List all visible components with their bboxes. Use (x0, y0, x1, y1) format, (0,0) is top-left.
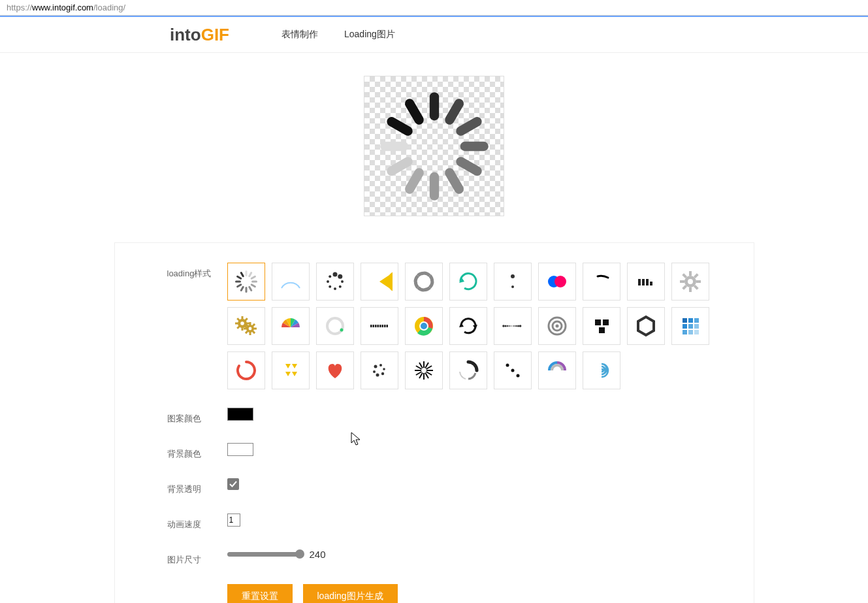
svg-point-125 (506, 364, 509, 367)
svg-rect-17 (248, 285, 252, 291)
svg-rect-97 (599, 327, 605, 333)
style-option-triangles[interactable] (272, 351, 310, 389)
style-option-dot-cluster[interactable] (361, 351, 398, 389)
generate-button[interactable]: loading图片生成 (303, 584, 398, 603)
style-option-dual-circles[interactable] (538, 263, 576, 301)
transparent-checkbox[interactable] (227, 478, 239, 490)
svg-rect-66 (249, 332, 251, 335)
svg-rect-75 (377, 325, 379, 327)
style-option-hexagon[interactable] (627, 307, 665, 345)
svg-rect-9 (380, 141, 408, 150)
check-icon (229, 480, 237, 488)
settings-panel: loading样式 图案颜色 背景颜色 背景透明 动画速度 图片尺寸 2 (114, 242, 754, 603)
svg-point-89 (515, 325, 517, 327)
url-host: www.intogif.com (32, 3, 93, 12)
svg-rect-113 (423, 361, 425, 368)
svg-rect-98 (683, 318, 687, 323)
style-option-comet[interactable] (449, 351, 487, 389)
svg-point-111 (376, 374, 379, 377)
row-transparent: 背景透明 (167, 478, 734, 495)
site-logo[interactable]: intoGIF (170, 25, 229, 45)
logo-text-1: into (170, 25, 201, 44)
style-option-arc[interactable] (272, 263, 310, 301)
style-option-chrome[interactable] (405, 307, 443, 345)
svg-rect-95 (595, 319, 601, 325)
row-buttons: 重置设置 loading图片生成 (167, 584, 734, 603)
svg-rect-122 (415, 370, 421, 371)
svg-point-86 (509, 325, 510, 327)
style-option-pacman[interactable] (361, 263, 398, 301)
svg-rect-42 (689, 271, 692, 276)
svg-point-110 (381, 372, 383, 375)
svg-rect-19 (240, 285, 244, 291)
svg-point-70 (327, 318, 343, 334)
svg-point-88 (513, 325, 514, 327)
svg-rect-76 (379, 325, 381, 327)
svg-rect-72 (370, 325, 372, 327)
style-option-ring-glow[interactable] (316, 307, 354, 345)
style-option-dot-wave[interactable] (494, 307, 532, 345)
svg-point-32 (511, 274, 515, 278)
svg-point-107 (374, 365, 377, 368)
style-option-tetromino[interactable] (583, 307, 620, 345)
nav-loading-image[interactable]: Loading图片 (344, 29, 395, 41)
svg-point-30 (332, 272, 337, 277)
label-speed: 动画速度 (167, 513, 227, 530)
size-slider[interactable] (227, 552, 300, 557)
svg-rect-7 (403, 166, 425, 195)
svg-rect-96 (603, 319, 609, 325)
preview-area (0, 53, 868, 242)
svg-rect-38 (646, 279, 649, 285)
style-option-three-dots-diag[interactable] (494, 351, 532, 389)
svg-rect-21 (235, 281, 241, 283)
style-option-rainbow-gauge[interactable] (272, 307, 310, 345)
style-option-grid-squares[interactable] (671, 307, 709, 345)
svg-rect-11 (403, 97, 425, 126)
svg-rect-4 (454, 155, 483, 177)
row-style: loading样式 (167, 263, 734, 389)
nav-emoji-maker[interactable]: 表情制作 (281, 29, 318, 41)
style-option-gear[interactable] (671, 263, 709, 301)
style-option-refresh-arrow[interactable] (449, 263, 487, 301)
svg-point-61 (248, 327, 251, 331)
svg-rect-77 (381, 325, 383, 327)
svg-point-26 (334, 287, 336, 290)
svg-rect-58 (235, 323, 238, 325)
style-option-two-gears[interactable] (227, 307, 265, 345)
browser-url-bar: https://www.intogif.com/loading/ (0, 0, 868, 16)
style-option-rainbow-swirl[interactable] (538, 351, 576, 389)
style-option-bar-segments[interactable] (361, 307, 398, 345)
logo-text-2: GIF (201, 25, 229, 44)
style-option-spinner[interactable] (227, 263, 265, 301)
svg-rect-10 (385, 115, 414, 137)
svg-point-87 (511, 325, 513, 327)
fgcolor-swatch[interactable] (227, 408, 253, 421)
size-slider-thumb[interactable] (295, 549, 304, 559)
bgcolor-swatch[interactable] (227, 443, 253, 456)
svg-point-108 (379, 364, 382, 367)
svg-rect-14 (250, 275, 256, 280)
style-option-boomerang[interactable] (583, 263, 620, 301)
style-option-open-ring[interactable] (227, 351, 265, 389)
style-option-equalizer[interactable] (627, 263, 665, 301)
speed-input[interactable] (227, 513, 240, 527)
style-option-target[interactable] (538, 307, 576, 345)
reset-button[interactable]: 重置设置 (227, 584, 293, 603)
style-option-dashed-ring[interactable] (405, 263, 443, 301)
row-speed: 动画速度 (167, 513, 734, 530)
svg-point-31 (338, 274, 342, 279)
svg-rect-36 (638, 279, 641, 285)
style-option-spiral[interactable] (583, 351, 620, 389)
svg-rect-16 (250, 284, 256, 288)
svg-rect-73 (372, 325, 374, 327)
style-option-cycle-arrows[interactable] (449, 307, 487, 345)
svg-point-35 (555, 276, 566, 287)
style-option-heart[interactable] (316, 351, 354, 389)
style-option-dots-circle[interactable] (316, 263, 354, 301)
row-fgcolor: 图案颜色 (167, 408, 734, 425)
style-option-asterisk[interactable] (405, 351, 443, 389)
style-option-two-dots[interactable] (494, 263, 532, 301)
svg-point-85 (507, 325, 509, 327)
label-transparent: 背景透明 (167, 478, 227, 495)
svg-rect-74 (375, 325, 377, 327)
